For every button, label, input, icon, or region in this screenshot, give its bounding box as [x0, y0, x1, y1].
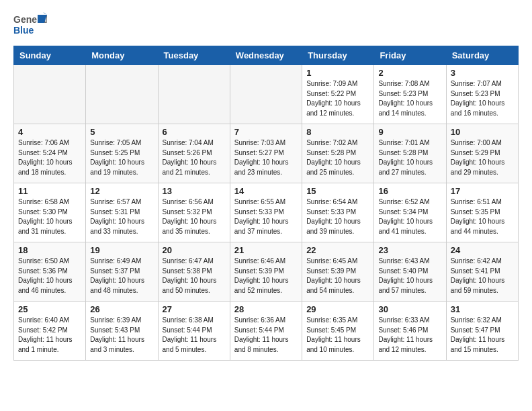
day-info: Sunrise: 6:56 AMSunset: 5:32 PMDaylight:… — [163, 197, 226, 236]
day-number: 19 — [90, 245, 153, 255]
day-info: Sunrise: 6:38 AMSunset: 5:44 PMDaylight:… — [163, 316, 226, 355]
logo: General Blue — [13, 11, 47, 40]
day-number: 9 — [378, 127, 441, 137]
weekday-header-saturday: Saturday — [446, 46, 518, 65]
calendar-week-row: 25Sunrise: 6:40 AMSunset: 5:42 PMDayligh… — [14, 302, 519, 361]
day-info: Sunrise: 6:55 AMSunset: 5:33 PMDaylight:… — [234, 197, 298, 236]
day-info: Sunrise: 6:52 AMSunset: 5:34 PMDaylight:… — [378, 197, 441, 236]
calendar-cell: 25Sunrise: 6:40 AMSunset: 5:42 PMDayligh… — [14, 302, 86, 361]
calendar-table: SundayMondayTuesdayWednesdayThursdayFrid… — [13, 46, 519, 361]
calendar-cell: 23Sunrise: 6:43 AMSunset: 5:40 PMDayligh… — [374, 242, 446, 302]
day-info: Sunrise: 7:08 AMSunset: 5:23 PMDaylight:… — [378, 79, 441, 118]
page-header: General Blue — [13, 11, 519, 40]
calendar-cell: 5Sunrise: 7:05 AMSunset: 5:25 PMDaylight… — [86, 124, 158, 183]
calendar-cell: 20Sunrise: 6:47 AMSunset: 5:38 PMDayligh… — [158, 242, 230, 302]
day-number: 4 — [18, 127, 81, 137]
day-number: 11 — [18, 186, 81, 196]
day-number: 3 — [451, 68, 514, 78]
weekday-header-tuesday: Tuesday — [158, 46, 230, 65]
day-number: 21 — [234, 245, 298, 255]
day-info: Sunrise: 7:03 AMSunset: 5:27 PMDaylight:… — [234, 138, 298, 177]
day-number: 17 — [451, 186, 514, 196]
day-info: Sunrise: 7:06 AMSunset: 5:24 PMDaylight:… — [18, 138, 81, 177]
calendar-cell: 15Sunrise: 6:54 AMSunset: 5:33 PMDayligh… — [302, 183, 374, 242]
day-info: Sunrise: 6:46 AMSunset: 5:39 PMDaylight:… — [234, 257, 298, 295]
calendar-cell: 21Sunrise: 6:46 AMSunset: 5:39 PMDayligh… — [230, 242, 302, 302]
day-info: Sunrise: 7:02 AMSunset: 5:28 PMDaylight:… — [306, 138, 369, 177]
calendar-cell — [86, 65, 158, 124]
day-number: 8 — [306, 127, 369, 137]
day-number: 6 — [163, 127, 226, 137]
calendar-cell: 2Sunrise: 7:08 AMSunset: 5:23 PMDaylight… — [374, 65, 446, 124]
day-number: 14 — [234, 186, 298, 196]
day-number: 7 — [234, 127, 298, 137]
weekday-header-row: SundayMondayTuesdayWednesdayThursdayFrid… — [14, 46, 519, 65]
day-number: 12 — [90, 186, 153, 196]
calendar-cell: 26Sunrise: 6:39 AMSunset: 5:43 PMDayligh… — [86, 302, 158, 361]
day-number: 30 — [378, 304, 441, 314]
day-number: 22 — [306, 245, 369, 255]
calendar-cell: 29Sunrise: 6:35 AMSunset: 5:45 PMDayligh… — [302, 302, 374, 361]
calendar-cell: 8Sunrise: 7:02 AMSunset: 5:28 PMDaylight… — [302, 124, 374, 183]
calendar-cell: 1Sunrise: 7:09 AMSunset: 5:22 PMDaylight… — [302, 65, 374, 124]
day-number: 26 — [90, 304, 153, 314]
weekday-header-sunday: Sunday — [14, 46, 86, 65]
day-number: 2 — [378, 68, 441, 78]
day-info: Sunrise: 7:05 AMSunset: 5:25 PMDaylight:… — [90, 138, 153, 177]
day-info: Sunrise: 6:40 AMSunset: 5:42 PMDaylight:… — [18, 316, 81, 355]
day-number: 29 — [306, 304, 369, 314]
day-info: Sunrise: 6:39 AMSunset: 5:43 PMDaylight:… — [90, 316, 153, 355]
day-info: Sunrise: 6:51 AMSunset: 5:35 PMDaylight:… — [451, 197, 514, 236]
day-number: 31 — [451, 304, 514, 314]
day-info: Sunrise: 6:32 AMSunset: 5:47 PMDaylight:… — [451, 316, 514, 355]
calendar-cell: 27Sunrise: 6:38 AMSunset: 5:44 PMDayligh… — [158, 302, 230, 361]
day-info: Sunrise: 7:09 AMSunset: 5:22 PMDaylight:… — [306, 79, 369, 118]
calendar-cell: 11Sunrise: 6:58 AMSunset: 5:30 PMDayligh… — [14, 183, 86, 242]
day-number: 28 — [234, 304, 298, 314]
calendar-cell: 31Sunrise: 6:32 AMSunset: 5:47 PMDayligh… — [446, 302, 518, 361]
day-info: Sunrise: 7:00 AMSunset: 5:29 PMDaylight:… — [451, 138, 514, 177]
calendar-week-row: 4Sunrise: 7:06 AMSunset: 5:24 PMDaylight… — [14, 124, 519, 183]
day-number: 16 — [378, 186, 441, 196]
day-info: Sunrise: 6:47 AMSunset: 5:38 PMDaylight:… — [163, 257, 226, 295]
day-number: 1 — [306, 68, 369, 78]
general-blue-logo-icon: General Blue — [13, 11, 47, 40]
day-number: 24 — [451, 245, 514, 255]
day-info: Sunrise: 6:36 AMSunset: 5:44 PMDaylight:… — [234, 316, 298, 355]
calendar-week-row: 11Sunrise: 6:58 AMSunset: 5:30 PMDayligh… — [14, 183, 519, 242]
day-number: 5 — [90, 127, 153, 137]
calendar-cell: 17Sunrise: 6:51 AMSunset: 5:35 PMDayligh… — [446, 183, 518, 242]
day-number: 15 — [306, 186, 369, 196]
calendar-cell: 19Sunrise: 6:49 AMSunset: 5:37 PMDayligh… — [86, 242, 158, 302]
day-info: Sunrise: 6:43 AMSunset: 5:40 PMDaylight:… — [378, 257, 441, 295]
day-number: 13 — [163, 186, 226, 196]
day-info: Sunrise: 6:42 AMSunset: 5:41 PMDaylight:… — [451, 257, 514, 295]
day-info: Sunrise: 6:49 AMSunset: 5:37 PMDaylight:… — [90, 257, 153, 295]
calendar-cell: 13Sunrise: 6:56 AMSunset: 5:32 PMDayligh… — [158, 183, 230, 242]
calendar-cell: 6Sunrise: 7:04 AMSunset: 5:26 PMDaylight… — [158, 124, 230, 183]
calendar-cell: 10Sunrise: 7:00 AMSunset: 5:29 PMDayligh… — [446, 124, 518, 183]
day-info: Sunrise: 6:45 AMSunset: 5:39 PMDaylight:… — [306, 257, 369, 295]
day-number: 27 — [163, 304, 226, 314]
calendar-cell: 30Sunrise: 6:33 AMSunset: 5:46 PMDayligh… — [374, 302, 446, 361]
weekday-header-thursday: Thursday — [302, 46, 374, 65]
weekday-header-wednesday: Wednesday — [230, 46, 302, 65]
calendar-cell: 16Sunrise: 6:52 AMSunset: 5:34 PMDayligh… — [374, 183, 446, 242]
calendar-cell: 24Sunrise: 6:42 AMSunset: 5:41 PMDayligh… — [446, 242, 518, 302]
day-info: Sunrise: 6:35 AMSunset: 5:45 PMDaylight:… — [306, 316, 369, 355]
calendar-cell — [230, 65, 302, 124]
weekday-header-monday: Monday — [86, 46, 158, 65]
calendar-week-row: 18Sunrise: 6:50 AMSunset: 5:36 PMDayligh… — [14, 242, 519, 302]
calendar-cell: 4Sunrise: 7:06 AMSunset: 5:24 PMDaylight… — [14, 124, 86, 183]
calendar-cell: 12Sunrise: 6:57 AMSunset: 5:31 PMDayligh… — [86, 183, 158, 242]
svg-text:Blue: Blue — [13, 25, 34, 36]
calendar-week-row: 1Sunrise: 7:09 AMSunset: 5:22 PMDaylight… — [14, 65, 519, 124]
calendar-cell: 9Sunrise: 7:01 AMSunset: 5:28 PMDaylight… — [374, 124, 446, 183]
day-number: 23 — [378, 245, 441, 255]
calendar-cell: 14Sunrise: 6:55 AMSunset: 5:33 PMDayligh… — [230, 183, 302, 242]
day-number: 18 — [18, 245, 81, 255]
day-info: Sunrise: 6:58 AMSunset: 5:30 PMDaylight:… — [18, 197, 81, 236]
calendar-cell: 3Sunrise: 7:07 AMSunset: 5:23 PMDaylight… — [446, 65, 518, 124]
day-info: Sunrise: 7:04 AMSunset: 5:26 PMDaylight:… — [163, 138, 226, 177]
day-info: Sunrise: 7:07 AMSunset: 5:23 PMDaylight:… — [451, 79, 514, 118]
